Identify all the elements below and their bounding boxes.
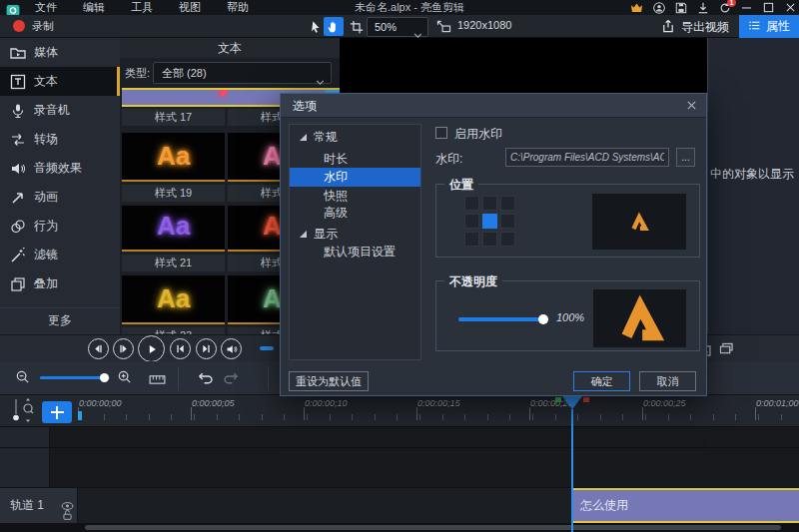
zoom-level-dropdown[interactable]: 50%: [367, 17, 428, 37]
enable-watermark-label: 启用水印: [454, 126, 502, 143]
enable-watermark-checkbox[interactable]: [435, 127, 447, 139]
menu-item[interactable]: 工具: [118, 0, 166, 15]
reset-defaults-button[interactable]: 重设为默认值: [289, 371, 369, 391]
style-item[interactable]: Aa: [122, 133, 225, 182]
redo-icon[interactable]: [222, 370, 239, 388]
account-icon[interactable]: [652, 1, 665, 14]
timeline-zoom-in-icon[interactable]: [118, 370, 132, 388]
sidebar-item-transitions[interactable]: 转场: [0, 125, 120, 154]
track-label: 轨道 1: [10, 488, 44, 523]
minimize-icon[interactable]: [740, 1, 753, 14]
position-cell[interactable]: [482, 196, 497, 211]
download-icon[interactable]: [696, 1, 709, 14]
tree-item-group[interactable]: 常规: [290, 128, 420, 146]
position-cell[interactable]: [482, 232, 497, 247]
tree-item-label: 显示: [314, 227, 338, 241]
timeline-zoom-slider[interactable]: [40, 376, 110, 379]
media-icon: [10, 45, 26, 61]
opacity-slider-knob[interactable]: [538, 314, 548, 324]
sidebar-item-overlays[interactable]: 叠加: [0, 269, 120, 298]
ok-button[interactable]: 确定: [573, 371, 630, 391]
export-video-button[interactable]: 导出视频: [661, 17, 729, 37]
position-cell[interactable]: [464, 214, 479, 229]
position-cell[interactable]: [500, 196, 515, 211]
hand-tool[interactable]: [324, 17, 344, 36]
tree-item-entry[interactable]: 高级: [290, 204, 420, 222]
sidebar-item-text[interactable]: 文本: [0, 67, 120, 96]
timeline-zoom-knob[interactable]: [100, 373, 109, 382]
track-row[interactable]: [0, 448, 799, 488]
position-cell[interactable]: [464, 232, 479, 247]
sidebar-item-behaviors[interactable]: 行为: [0, 212, 120, 241]
position-cell[interactable]: [500, 232, 515, 247]
frames-icon[interactable]: [719, 341, 734, 359]
ruler-label: 0:00:00;10: [305, 398, 348, 408]
cancel-button[interactable]: 取消: [639, 371, 696, 391]
crop-tool[interactable]: [347, 17, 367, 36]
mark-in-indicator: [555, 397, 561, 402]
dialog-close-icon[interactable]: [686, 100, 698, 112]
sidebar-item-animation[interactable]: 动画: [0, 183, 120, 212]
properties-button[interactable]: 属性: [739, 15, 799, 38]
tree-item-entry[interactable]: 时长: [290, 150, 420, 168]
tree-item-group[interactable]: 显示: [290, 225, 420, 243]
tree-item-entry[interactable]: 水印: [290, 168, 420, 187]
sidebar-item-audio-effects[interactable]: 音频效果: [0, 154, 120, 183]
volume-button[interactable]: [221, 338, 242, 359]
next-frame-button[interactable]: [113, 338, 134, 359]
track-row[interactable]: [0, 427, 799, 448]
timeline-scrollbar[interactable]: [0, 523, 799, 532]
previous-frame-button[interactable]: [88, 338, 109, 359]
watermark-path-label: 水印:: [435, 151, 462, 168]
close-icon[interactable]: [784, 1, 797, 14]
style-item[interactable]: Aa: [122, 206, 225, 252]
type-filter-dropdown[interactable]: 全部 (28): [153, 62, 332, 84]
timeline-ruler[interactable]: 0:00:00;000:00:00;050:00:00;100:00:00;15…: [0, 395, 799, 427]
position-cell[interactable]: [482, 214, 497, 229]
sidebar-item-microphone[interactable]: 录音机: [0, 96, 120, 125]
sidebar-item-filters[interactable]: 滤镜: [0, 241, 120, 269]
tree-item-entry[interactable]: 快照: [290, 187, 420, 205]
menu-item[interactable]: 帮助: [214, 0, 262, 15]
tree-expand-icon[interactable]: [300, 231, 307, 238]
sidebar-more-button[interactable]: 更多: [0, 307, 120, 331]
seek-bar[interactable]: [260, 346, 274, 350]
position-cell[interactable]: [464, 196, 479, 211]
playhead-handle[interactable]: [562, 396, 582, 409]
select-tool[interactable]: [306, 17, 326, 36]
save-icon[interactable]: [674, 1, 687, 14]
ruler-label: 0:00:00;00: [79, 398, 122, 408]
tree-expand-icon[interactable]: [300, 134, 307, 141]
position-cell[interactable]: [500, 214, 515, 229]
track-height-zoom-icon[interactable]: [6, 397, 36, 427]
resolution-icon: [436, 19, 451, 37]
timeline-start-marker: [78, 411, 82, 420]
timeline-zoom-out-icon[interactable]: [16, 370, 30, 388]
application-window: 文件编辑工具视图帮助 未命名.alpx - 亮鱼剪辑 1 录制 50% 1920…: [0, 0, 799, 532]
go-to-end-button[interactable]: [196, 338, 217, 359]
add-track-button[interactable]: [42, 401, 72, 423]
fit-timeline-icon[interactable]: [149, 371, 166, 389]
record-dot-icon[interactable]: [13, 20, 25, 32]
style-item[interactable]: Aa: [122, 275, 225, 324]
browse-button[interactable]: ...: [676, 148, 695, 167]
tree-item-entry[interactable]: 默认项目设置: [290, 243, 420, 261]
position-group: 位置: [435, 184, 700, 258]
play-button[interactable]: [138, 335, 165, 362]
sidebar-item-label: 音频效果: [34, 160, 82, 177]
vip-crown-icon[interactable]: [630, 1, 643, 14]
scrollbar-thumb[interactable]: [85, 525, 781, 530]
record-button[interactable]: 录制: [32, 19, 54, 34]
maximize-icon[interactable]: [762, 1, 775, 14]
menu-item[interactable]: 视图: [166, 0, 214, 15]
go-to-start-button[interactable]: [170, 338, 191, 359]
track-row[interactable]: 怎么使用 轨道 1: [0, 488, 799, 523]
undo-icon[interactable]: [198, 370, 215, 388]
timeline-clip[interactable]: 怎么使用: [572, 488, 799, 523]
sidebar-item-media[interactable]: 媒体: [0, 38, 120, 67]
sync-icon[interactable]: 1: [718, 1, 731, 14]
watermark-path-input[interactable]: [505, 148, 669, 167]
menu-item[interactable]: 文件: [22, 0, 70, 15]
opacity-slider[interactable]: [458, 317, 543, 321]
menu-item[interactable]: 编辑: [70, 0, 118, 15]
